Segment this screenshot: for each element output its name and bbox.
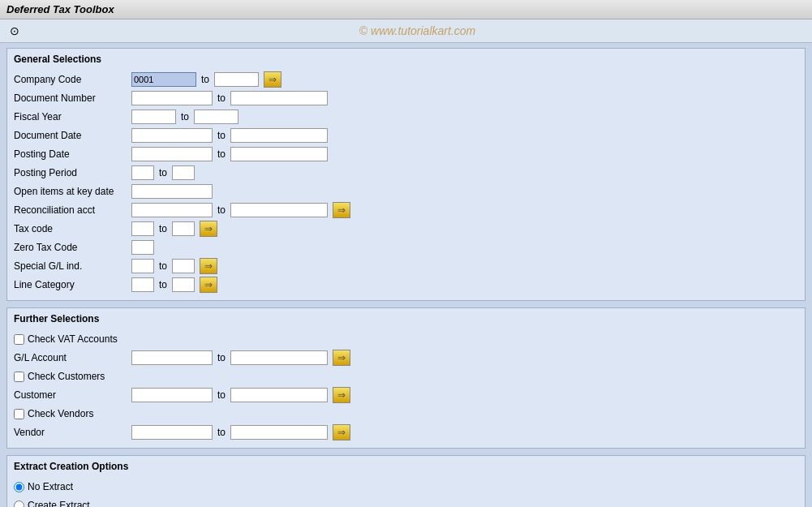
special-gl-ind-row: Special G/L ind. to [14,258,798,274]
document-number-label: Document Number [14,92,131,104]
customer-row: Customer to [14,387,798,403]
posting-date-row: Posting Date to [14,146,798,162]
gl-account-label: G/L Account [14,352,131,363]
line-category-to[interactable] [172,277,195,292]
document-date-row: Document Date to [14,127,798,144]
reconciliation-acct-from[interactable] [131,203,213,217]
check-vat-accounts-label: Check VAT Accounts [28,333,118,345]
to-label-7: to [217,204,226,216]
to-label-13: to [217,427,226,438]
customer-to[interactable] [230,388,328,402]
reconciliation-acct-to[interactable] [230,203,328,217]
check-vat-accounts-row: Check VAT Accounts [14,331,798,347]
to-label-3: to [181,111,189,122]
special-gl-ind-from[interactable] [131,259,154,273]
document-date-to[interactable] [230,128,328,143]
no-extract-label: No Extract [28,481,73,492]
posting-date-label: Posting Date [14,148,131,160]
document-number-from[interactable] [131,91,213,105]
to-label-5: to [217,148,226,160]
check-customers-checkbox[interactable] [14,372,24,382]
line-category-label: Line Category [14,279,131,290]
to-label-10: to [159,279,167,290]
to-label-9: to [159,260,167,272]
extract-options-section: Extract Creation Options No Extract Crea… [6,455,806,507]
document-date-label: Document Date [14,130,131,141]
check-vendors-row: Check Vendors [14,406,798,422]
no-extract-radio[interactable] [14,482,24,492]
zero-tax-code-row: Zero Tax Code [14,239,798,256]
vendor-from[interactable] [131,425,213,440]
company-code-to[interactable] [214,72,259,87]
customer-arrow[interactable] [333,387,350,403]
posting-date-from[interactable] [131,147,213,161]
further-selections-title: Further Selections [14,313,798,326]
open-items-from[interactable] [131,184,213,199]
company-code-arrow[interactable] [264,71,281,88]
fiscal-year-to[interactable] [194,110,238,124]
document-number-row: Document Number to [14,90,798,106]
gl-account-arrow[interactable] [333,350,350,366]
line-category-from[interactable] [131,277,154,292]
watermark-text: © www.tutorialkart.com [29,24,806,37]
posting-period-label: Posting Period [14,167,131,178]
fiscal-year-from[interactable] [131,110,176,124]
reconciliation-acct-arrow[interactable] [333,202,350,218]
create-extract-radio[interactable] [14,501,24,508]
zero-tax-code-from[interactable] [131,240,154,255]
check-vat-accounts-checkbox[interactable] [14,334,24,345]
customer-from[interactable] [131,388,213,402]
company-code-label: Company Code [14,74,131,85]
fiscal-year-label: Fiscal Year [14,111,131,122]
check-vendors-checkbox[interactable] [14,409,24,419]
to-label-2: to [217,92,226,104]
company-code-row: Company Code to [14,71,798,88]
document-date-from[interactable] [131,128,213,143]
open-items-label: Open items at key date [14,186,131,197]
to-label-8: to [159,223,167,234]
posting-period-row: Posting Period to [14,165,798,181]
fiscal-year-row: Fiscal Year to [14,109,798,125]
gl-account-row: G/L Account to [14,350,798,366]
tax-code-to[interactable] [172,221,195,236]
gl-account-to[interactable] [230,350,328,365]
zero-tax-code-label: Zero Tax Code [14,242,131,253]
document-number-to[interactable] [230,91,328,105]
open-items-row: Open items at key date [14,183,798,200]
special-gl-ind-arrow[interactable] [200,258,217,274]
vendor-label: Vendor [14,427,131,438]
to-label-6: to [159,167,167,178]
main-content: General Selections Company Code to Docum… [0,43,812,507]
title-bar: Deferred Tax Toolbox [0,0,812,19]
tax-code-from[interactable] [131,221,154,236]
to-label-12: to [217,389,226,401]
company-code-from[interactable] [131,72,196,87]
vendor-to[interactable] [230,425,328,440]
toolbar: ⊙ © www.tutorialkart.com [0,19,812,43]
to-label-4: to [217,130,226,141]
extract-options-title: Extract Creation Options [14,461,798,474]
tax-code-row: Tax code to [14,221,798,237]
no-extract-row: No Extract [14,479,798,495]
special-gl-ind-label: Special G/L ind. [14,260,131,272]
tax-code-arrow[interactable] [200,221,217,237]
gl-account-from[interactable] [131,350,213,365]
special-gl-ind-to[interactable] [172,259,195,273]
to-label-1: to [201,74,209,85]
posting-period-from[interactable] [131,165,154,180]
further-selections-section: Further Selections Check VAT Accounts G/… [6,307,806,449]
tax-code-label: Tax code [14,223,131,234]
customer-label: Customer [14,389,131,401]
vendor-arrow[interactable] [333,424,350,440]
posting-period-to[interactable] [172,165,195,180]
back-icon[interactable]: ⊙ [6,23,23,39]
reconciliation-acct-row: Reconciliation acct to [14,202,798,218]
general-selections-title: General Selections [14,54,798,67]
line-category-arrow[interactable] [200,277,217,293]
general-selections-section: General Selections Company Code to Docum… [6,48,806,301]
line-category-row: Line Category to [14,277,798,293]
posting-date-to[interactable] [230,147,328,161]
check-vendors-label: Check Vendors [28,408,93,419]
to-label-11: to [217,352,226,363]
reconciliation-acct-label: Reconciliation acct [14,204,131,216]
